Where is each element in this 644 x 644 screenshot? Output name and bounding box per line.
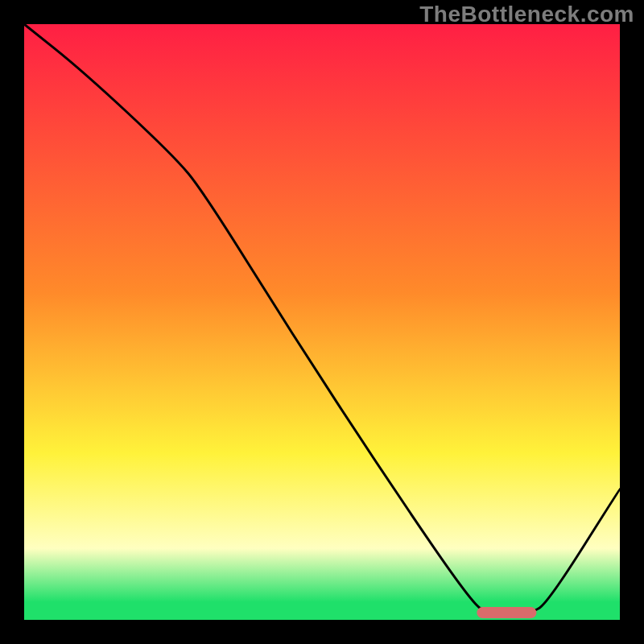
bottleneck-plot (24, 24, 620, 620)
chart-stage: TheBottleneck.com (0, 0, 644, 644)
watermark-text: TheBottleneck.com (419, 2, 634, 27)
plot-background (24, 24, 620, 620)
optimal-range-marker (477, 607, 536, 618)
